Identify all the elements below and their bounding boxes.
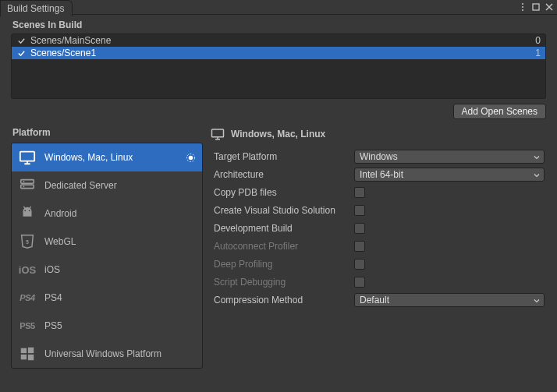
field-label: Create Visual Studio Solution bbox=[211, 205, 354, 216]
platform-item-webgl[interactable]: 5 WebGL bbox=[12, 228, 202, 256]
field-script-debugging: Script Debugging bbox=[211, 274, 545, 289]
platform-label: Android bbox=[44, 208, 196, 219]
svg-point-12 bbox=[29, 210, 30, 211]
html5-icon: 5 bbox=[18, 232, 37, 251]
svg-point-10 bbox=[23, 185, 25, 187]
monitor-icon bbox=[18, 148, 37, 167]
chevron-down-icon bbox=[533, 153, 541, 161]
field-label: Autoconnect Profiler bbox=[211, 241, 354, 252]
field-autoconnect-profiler: Autoconnect Profiler bbox=[211, 238, 545, 253]
scene-row[interactable]: Scenes/Scene1 1 bbox=[12, 47, 545, 59]
scenes-header: Scenes In Build bbox=[0, 15, 557, 34]
create-vs-checkbox[interactable] bbox=[354, 205, 365, 216]
checkbox-checked-icon[interactable] bbox=[16, 36, 26, 45]
field-architecture: Architecture Intel 64-bit bbox=[211, 167, 545, 182]
svg-line-13 bbox=[23, 207, 25, 209]
dev-build-checkbox[interactable] bbox=[354, 223, 365, 234]
target-platform-select[interactable]: Windows bbox=[354, 150, 545, 164]
field-target-platform: Target Platform Windows bbox=[211, 149, 545, 164]
field-copy-pdb: Copy PDB files bbox=[211, 185, 545, 200]
scene-index: 0 bbox=[535, 35, 541, 46]
scene-row[interactable]: Scenes/MainScene 0 bbox=[12, 34, 545, 47]
chevron-down-icon bbox=[533, 296, 541, 304]
server-icon bbox=[18, 176, 37, 195]
svg-point-1 bbox=[522, 6, 523, 8]
current-target-icon bbox=[185, 152, 196, 163]
add-open-scenes-button[interactable]: Add Open Scenes bbox=[453, 104, 546, 119]
svg-rect-19 bbox=[28, 355, 34, 360]
field-label: Architecture bbox=[211, 169, 354, 180]
platform-item-android[interactable]: Android bbox=[12, 200, 202, 228]
platform-label: WebGL bbox=[44, 236, 196, 247]
close-icon[interactable] bbox=[544, 2, 555, 12]
scene-index: 1 bbox=[535, 48, 541, 58]
titlebar: Build Settings bbox=[0, 0, 557, 15]
settings-title: Windows, Mac, Linux bbox=[231, 129, 325, 139]
field-label: Compression Method bbox=[211, 295, 354, 305]
field-development-build: Development Build bbox=[211, 221, 545, 235]
platform-label: Windows, Mac, Linux bbox=[44, 152, 177, 163]
scenes-list[interactable]: Scenes/MainScene 0 Scenes/Scene1 1 bbox=[11, 34, 546, 99]
svg-rect-16 bbox=[21, 348, 27, 353]
platform-item-dedicated-server[interactable]: Dedicated Server bbox=[12, 171, 202, 200]
platform-item-windows-mac-linux[interactable]: Windows, Mac, Linux bbox=[12, 143, 202, 171]
field-create-vs-solution: Create Visual Studio Solution bbox=[211, 203, 545, 217]
field-label: Deep Profiling bbox=[211, 259, 354, 270]
compression-select[interactable]: Default bbox=[354, 293, 545, 307]
svg-point-5 bbox=[188, 155, 193, 160]
select-value: Windows bbox=[360, 151, 398, 162]
deep-profiling-checkbox bbox=[354, 259, 365, 270]
platform-item-uwp[interactable]: Universal Windows Platform bbox=[12, 340, 202, 368]
settings-header: Windows, Mac, Linux bbox=[211, 122, 545, 149]
ps4-icon: PS4 bbox=[18, 288, 37, 307]
monitor-icon bbox=[211, 127, 225, 141]
field-deep-profiling: Deep Profiling bbox=[211, 256, 545, 271]
select-value: Default bbox=[360, 295, 389, 305]
svg-rect-20 bbox=[212, 129, 224, 137]
field-compression-method: Compression Method Default bbox=[211, 292, 545, 307]
svg-rect-7 bbox=[21, 180, 34, 184]
kebab-menu-icon[interactable] bbox=[517, 2, 528, 12]
svg-point-2 bbox=[522, 9, 523, 11]
architecture-select[interactable]: Intel 64-bit bbox=[354, 168, 545, 182]
autoconnect-checkbox bbox=[354, 241, 365, 252]
svg-rect-8 bbox=[21, 185, 34, 189]
platform-label: Dedicated Server bbox=[44, 180, 196, 191]
svg-text:5: 5 bbox=[26, 239, 29, 245]
script-debug-checkbox bbox=[354, 277, 365, 288]
checkbox-checked-icon[interactable] bbox=[16, 48, 26, 58]
svg-rect-18 bbox=[21, 355, 27, 359]
android-icon bbox=[18, 204, 37, 223]
platform-label: PS5 bbox=[44, 320, 196, 331]
platform-label: Universal Windows Platform bbox=[44, 348, 196, 359]
platform-header: Platform bbox=[11, 122, 203, 143]
chevron-down-icon bbox=[533, 171, 541, 178]
scene-name: Scenes/MainScene bbox=[29, 35, 535, 46]
ios-icon: iOS bbox=[18, 260, 37, 279]
platform-item-ps4[interactable]: PS4 PS4 bbox=[12, 284, 202, 312]
maximize-icon[interactable] bbox=[530, 2, 541, 12]
svg-line-14 bbox=[30, 207, 31, 209]
platform-list: Windows, Mac, Linux Dedicated Server And… bbox=[11, 143, 203, 369]
field-label: Script Debugging bbox=[211, 277, 354, 288]
svg-point-9 bbox=[23, 181, 25, 182]
field-label: Target Platform bbox=[211, 151, 354, 162]
field-label: Development Build bbox=[211, 223, 354, 234]
window-title: Build Settings bbox=[7, 3, 64, 14]
scene-name: Scenes/Scene1 bbox=[29, 48, 535, 58]
field-label: Copy PDB files bbox=[211, 187, 354, 198]
copy-pdb-checkbox[interactable] bbox=[354, 187, 365, 198]
platform-label: PS4 bbox=[44, 292, 196, 303]
ps5-icon: PS5 bbox=[18, 316, 37, 335]
platform-item-ios[interactable]: iOS iOS bbox=[12, 256, 202, 284]
platform-item-ps5[interactable]: PS5 PS5 bbox=[12, 312, 202, 340]
window-tab[interactable]: Build Settings bbox=[0, 0, 73, 16]
select-value: Intel 64-bit bbox=[360, 169, 403, 180]
svg-rect-3 bbox=[533, 4, 539, 10]
platform-label: iOS bbox=[44, 264, 196, 275]
svg-rect-17 bbox=[28, 348, 34, 353]
svg-rect-4 bbox=[20, 152, 34, 161]
svg-point-0 bbox=[522, 3, 523, 5]
svg-point-11 bbox=[24, 210, 26, 211]
windows-icon bbox=[18, 344, 37, 363]
